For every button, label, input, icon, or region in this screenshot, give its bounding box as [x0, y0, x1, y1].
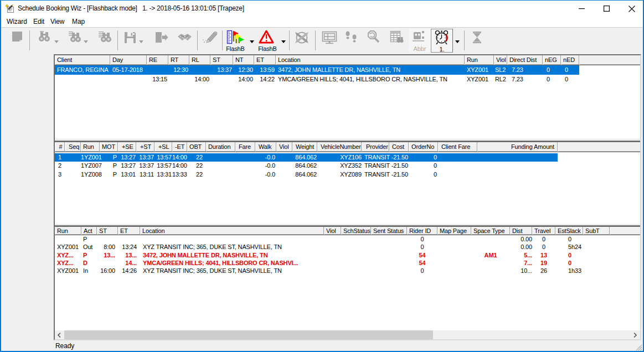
column-header[interactable]: nED	[561, 55, 579, 65]
resize-grip[interactable]	[636, 344, 642, 351]
find-dropdown-arrow[interactable]	[54, 40, 59, 43]
footprints-button[interactable]	[343, 30, 359, 45]
close-button[interactable]	[616, 1, 641, 16]
column-header[interactable]: Weight	[292, 142, 317, 152]
column-header[interactable]: nEG	[543, 55, 561, 65]
column-header[interactable]: RE	[147, 55, 168, 65]
column-header[interactable]: +SE	[118, 142, 136, 152]
column-header[interactable]: Client Fare	[438, 142, 477, 152]
grid-row[interactable]: 21YZ007P13:2713:3713:5714:0022-0.0864.06…	[55, 162, 558, 170]
column-header[interactable]: Walk	[255, 142, 276, 152]
export-button[interactable]	[153, 30, 169, 45]
table-find-button[interactable]	[389, 30, 404, 45]
column-header[interactable]: Day	[110, 55, 147, 65]
column-header[interactable]: Duration	[206, 142, 235, 152]
zoom-button[interactable]	[365, 30, 381, 45]
flashback-violations-dropdown-arrow[interactable]	[281, 40, 286, 43]
grid-row[interactable]: 11YZ001P13:2713:3713:5714:0022-0.0864.06…	[55, 153, 558, 162]
column-header[interactable]: Dist	[510, 227, 532, 235]
column-header[interactable]: NT	[233, 55, 254, 65]
grid-row[interactable]: P00.0000	[55, 235, 610, 243]
column-header[interactable]: SubT	[583, 227, 610, 235]
map-window-button[interactable]	[321, 30, 337, 45]
find-text-button[interactable]	[97, 30, 113, 45]
column-header[interactable]: MOT	[100, 142, 118, 152]
column-header[interactable]: Direct Dist	[507, 55, 543, 65]
flashback-violations-button[interactable]: FlashB	[256, 29, 279, 53]
menu-edit[interactable]: Edit	[33, 18, 44, 25]
scrollbar-thumb[interactable]	[64, 330, 433, 339]
column-header[interactable]: Run	[81, 142, 100, 152]
maximize-button[interactable]	[591, 1, 616, 16]
column-header[interactable]: Provider	[362, 142, 389, 152]
grid-row[interactable]: 31YZ008P13:0113:1113:3113:3322-0.0864.06…	[55, 170, 558, 178]
find-list-button[interactable]	[67, 30, 83, 45]
column-header[interactable]: ST	[97, 227, 118, 235]
flashback-step-button[interactable]: 1.	[431, 29, 453, 53]
grid-row[interactable]: 13:1514:0014:0014:22YMCA/GREEN HILLS; 40…	[55, 75, 579, 84]
column-header[interactable]: OBT	[187, 142, 206, 152]
save-dropdown-arrow[interactable]	[139, 40, 143, 43]
column-header[interactable]: Fare	[235, 142, 255, 152]
save-button[interactable]	[122, 30, 138, 45]
column-header[interactable]: Cost	[389, 142, 409, 152]
edit-pencil-button[interactable]	[202, 30, 218, 45]
column-header[interactable]: EstSlack	[555, 227, 583, 235]
column-header[interactable]: Viol	[324, 227, 341, 235]
grid-cell	[341, 260, 371, 267]
column-header[interactable]: Map Page	[437, 227, 471, 235]
menu-map[interactable]: Map	[72, 18, 85, 25]
column-header[interactable]: Sent Status	[371, 227, 407, 235]
column-header[interactable]: ST	[210, 55, 233, 65]
column-header[interactable]: ET	[254, 55, 276, 65]
grid-row[interactable]: FRANCO, REGINA05-17-201812:3013:3712:301…	[55, 65, 579, 75]
column-header[interactable]: Rider ID	[407, 227, 437, 235]
find-button[interactable]	[37, 30, 52, 45]
column-header[interactable]: Act	[81, 227, 97, 235]
flashback-step-dropdown-arrow[interactable]	[455, 40, 460, 43]
handshake-button[interactable]	[177, 30, 192, 45]
window-border-top	[0, 0, 644, 1]
column-header[interactable]: ET	[118, 227, 140, 235]
column-header[interactable]: RL	[189, 55, 210, 65]
column-header[interactable]: VehicleNumber	[317, 142, 362, 152]
column-header[interactable]: Travel	[532, 227, 555, 235]
grid-row[interactable]: XYZ001In16:0014:26XYZ TRANSIT INC; 365, …	[55, 267, 610, 275]
column-header[interactable]: +SL	[154, 142, 172, 152]
scroll-right-button[interactable]	[631, 330, 640, 339]
hourglass-button[interactable]	[470, 30, 485, 45]
grid-row[interactable]: XYZ...P13...13...3472, JOHN MALLETTE DR,…	[55, 251, 610, 259]
booking-sheet-button[interactable]	[10, 30, 25, 45]
column-header[interactable]: Funding Amount	[477, 142, 558, 152]
grid-cell: 8:00	[97, 244, 118, 251]
grid-row[interactable]: XYZ001Out8:0013:24XYZ TRANSIT INC; 365, …	[55, 243, 610, 251]
grid-row[interactable]: XYZ...D14...YMCA/GREEN HILLS; 4041, HILL…	[55, 259, 610, 267]
column-header[interactable]: -ET	[172, 142, 187, 152]
flashback-times-dropdown-arrow[interactable]	[250, 40, 254, 43]
minimize-button[interactable]	[566, 1, 591, 16]
find-list-dropdown-arrow[interactable]	[84, 40, 88, 43]
column-header[interactable]: Seq	[65, 142, 81, 152]
menu-wizard[interactable]: Wizard	[7, 18, 27, 25]
column-header[interactable]: SchStatus	[341, 227, 371, 235]
flashback-times-button[interactable]: FlashB	[224, 29, 246, 53]
column-header[interactable]: Location	[276, 55, 465, 65]
column-header[interactable]: Run	[55, 227, 81, 235]
column-header[interactable]: Run	[465, 55, 494, 65]
column-header[interactable]: +ST	[136, 142, 154, 152]
grid-header-row: ClientDayRERTRLSTNTETLocationRunViolDire…	[55, 55, 640, 65]
column-header[interactable]: Space Type	[471, 227, 510, 235]
column-header[interactable]: OrderNo	[409, 142, 438, 152]
column-header[interactable]: #	[55, 142, 65, 152]
menu-view[interactable]: View	[50, 18, 64, 25]
column-header[interactable]: Location	[140, 227, 324, 235]
grid-cell	[583, 267, 610, 275]
column-header[interactable]: Viol	[276, 142, 292, 152]
scroll-left-button[interactable]	[55, 330, 64, 339]
column-header[interactable]: RT	[168, 55, 189, 65]
abbreviate-button[interactable]: Abbr	[409, 29, 431, 53]
horizontal-scrollbar[interactable]	[55, 330, 640, 339]
column-header[interactable]: Viol	[494, 55, 507, 65]
negotiate-button[interactable]	[294, 30, 310, 45]
column-header[interactable]: Client	[55, 55, 110, 65]
